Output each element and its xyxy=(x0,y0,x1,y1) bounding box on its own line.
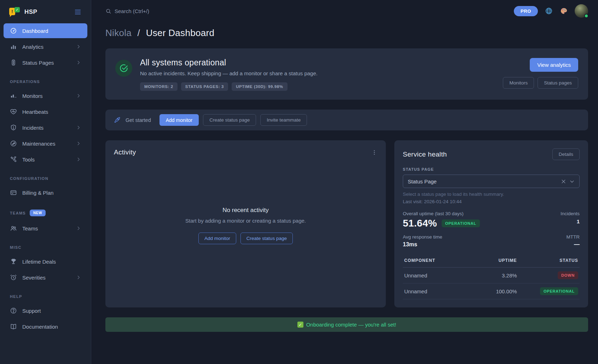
traffic-light-icon xyxy=(10,59,17,66)
uptime-stat: Overall uptime (last 30 days) 51.64% OPE… xyxy=(403,211,480,229)
sidebar-section-header: HELP xyxy=(4,286,87,302)
maintenance-icon xyxy=(10,140,17,147)
sidebar-item-label: Support xyxy=(22,308,41,314)
sidebar-item-dashboard[interactable]: Dashboard xyxy=(4,23,87,38)
alarm-clock-icon xyxy=(10,274,17,281)
select-controls xyxy=(561,179,575,184)
sidebar-item-label: Billing & Plan xyxy=(22,190,53,196)
status-page-label: STATUS PAGE xyxy=(403,167,580,171)
hero-stat-badge: UPTIME (30D): 99.98% xyxy=(232,82,287,91)
column-header: UPTIME xyxy=(471,258,529,263)
view-analytics-button[interactable]: View analytics xyxy=(530,58,578,72)
sidebar-item-label: Lifetime Deals xyxy=(22,259,56,265)
details-button[interactable]: Details xyxy=(552,148,580,160)
search-icon xyxy=(105,8,111,14)
sidebar-item-label: Monitors xyxy=(22,93,43,99)
sidebar-item-analytics[interactable]: Analytics xyxy=(4,39,87,54)
status-pages-button[interactable]: Status pages xyxy=(538,77,578,89)
sidebar-item-label: Documentation xyxy=(22,324,58,330)
bar-chart-icon xyxy=(10,43,17,50)
logo-check-icon: ✓ xyxy=(14,7,20,12)
topbar-actions: PRO xyxy=(514,4,588,18)
incidents-stat: Incidents 1 xyxy=(561,211,580,224)
invite-teammate-button[interactable]: Invite teammate xyxy=(260,114,307,126)
hero-actions: View analytics MonitorsStatus pages xyxy=(503,58,578,89)
monitors-button[interactable]: Monitors xyxy=(503,77,534,89)
chevron-right-icon xyxy=(76,157,81,162)
create-status-page-button[interactable]: Create status page xyxy=(240,233,293,244)
uptime-value: 51.64% xyxy=(403,218,437,229)
shield-alert-icon xyxy=(10,124,17,131)
column-header: STATUS xyxy=(529,258,578,263)
sidebar-item-label: Analytics xyxy=(22,44,43,50)
gauge-icon xyxy=(10,27,17,34)
sidebar-header: ! ✓ HSP xyxy=(0,7,91,22)
breadcrumb-separator: / xyxy=(138,28,140,38)
sidebar-item-incidents[interactable]: Incidents xyxy=(4,120,87,135)
sidebar-item-teams[interactable]: Teams xyxy=(4,221,87,236)
service-health-header: Service health Details xyxy=(403,148,580,160)
sidebar-item-support[interactable]: Support xyxy=(4,303,87,318)
sidebar-item-severities[interactable]: Severities xyxy=(4,270,87,285)
component-cell: Unnamed xyxy=(404,272,471,278)
hero-stat-badge: MONITORS: 2 xyxy=(140,82,178,91)
empty-state-title: No recent activity xyxy=(222,207,268,214)
select-hint: Select a status page to load its health … xyxy=(403,192,580,197)
clear-icon[interactable] xyxy=(561,179,566,184)
sidebar-item-monitors[interactable]: Monitors xyxy=(4,88,87,103)
hero-stat-badge: STATUS PAGES: 3 xyxy=(181,82,228,91)
chevron-down-icon[interactable] xyxy=(569,179,575,184)
table-row: Unnamed3.28%DOWN xyxy=(403,268,580,283)
get-started-buttons: Add monitorCreate status pageInvite team… xyxy=(159,114,307,126)
hero-body: All systems operational No active incide… xyxy=(140,58,318,91)
add-monitor-button[interactable]: Add monitor xyxy=(198,233,236,244)
sidebar-item-maintenances[interactable]: Maintenances xyxy=(4,136,87,151)
add-monitor-button[interactable]: Add monitor xyxy=(159,114,199,126)
hamburger-menu-icon[interactable] xyxy=(74,8,82,16)
palette-icon[interactable] xyxy=(560,7,568,15)
status-badge: OPERATIONAL xyxy=(442,219,480,227)
response-stats-row: Avg response time 13ms MTTR — xyxy=(403,234,580,248)
chevron-right-icon xyxy=(76,125,81,130)
response-label: Avg response time xyxy=(403,234,442,240)
get-started-bar: Get started Add monitorCreate status pag… xyxy=(105,110,588,130)
chevron-right-icon xyxy=(76,93,81,98)
sidebar-item-lifetime-deals[interactable]: Lifetime Deals xyxy=(4,254,87,269)
globe-icon[interactable] xyxy=(545,7,553,15)
sidebar-section-header: TEAMSNEW xyxy=(4,201,87,220)
sidebar-item-billing-plan[interactable]: Billing & Plan xyxy=(4,185,87,200)
search-placeholder: Search (Ctrl+/) xyxy=(115,8,149,14)
page-title: User Dashboard xyxy=(146,28,215,38)
check-circle-icon xyxy=(115,60,132,77)
sidebar-item-label: Severities xyxy=(22,275,46,281)
app-root: ! ✓ HSP DashboardAnalyticsStatus PagesOP… xyxy=(0,0,598,364)
credit-card-icon xyxy=(10,189,17,196)
breadcrumb-parent[interactable]: Nikola xyxy=(105,28,132,38)
sidebar-section-header: CONFIGURATION xyxy=(4,168,87,184)
sidebar-item-status-pages[interactable]: Status Pages xyxy=(4,55,87,70)
mttr-stat: MTTR — xyxy=(567,234,580,248)
page-content: Nikola / User Dashboard All systems oper… xyxy=(91,22,598,364)
get-started-label: Get started xyxy=(126,117,151,123)
incidents-value: 1 xyxy=(561,218,580,224)
uptime-cell: 100.00% xyxy=(471,288,529,294)
create-status-page-button[interactable]: Create status page xyxy=(203,114,256,126)
sidebar-item-documentation[interactable]: Documentation xyxy=(4,319,87,334)
chevron-right-icon xyxy=(76,60,81,65)
help-circle-icon xyxy=(10,307,17,314)
sidebar-item-tools[interactable]: Tools xyxy=(4,152,87,167)
status-cell: DOWN xyxy=(529,271,578,279)
avatar[interactable] xyxy=(575,4,588,18)
status-hero-card: All systems operational No active incide… xyxy=(105,48,588,100)
hero-secondary-buttons: MonitorsStatus pages xyxy=(503,77,578,89)
status-page-select[interactable]: Status Page xyxy=(403,175,580,188)
search-input[interactable]: Search (Ctrl+/) xyxy=(105,8,149,14)
sidebar: ! ✓ HSP DashboardAnalyticsStatus PagesOP… xyxy=(0,0,91,364)
check-emoji: ✓ xyxy=(297,322,303,328)
select-value: Status Page xyxy=(408,178,437,184)
heartbeat-icon xyxy=(10,108,17,115)
table-header-row: COMPONENTUPTIMESTATUS xyxy=(403,254,580,268)
sidebar-item-heartbeats[interactable]: Heartbeats xyxy=(4,104,87,119)
hero-subtitle: No active incidents. Keep shipping — add… xyxy=(140,70,318,76)
uptime-label: Overall uptime (last 30 days) xyxy=(403,211,480,216)
